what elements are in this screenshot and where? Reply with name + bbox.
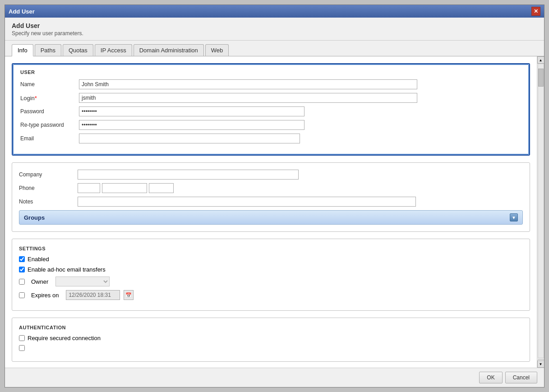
- tab-bar: Info Paths Quotas IP Access Domain Admin…: [5, 41, 544, 56]
- cancel-button[interactable]: Cancel: [505, 372, 537, 383]
- dialog-header-title: Add User: [12, 22, 537, 29]
- scroll-down-arrow[interactable]: ▼: [537, 360, 544, 368]
- name-row: Name: [20, 79, 521, 89]
- tab-web[interactable]: Web: [205, 44, 229, 56]
- authentication-section: AUTHENTICATION Require secured connectio…: [12, 318, 530, 362]
- enabled-checkbox[interactable]: [19, 256, 25, 262]
- add-user-dialog: Add User ✕ Add User Specify new user par…: [5, 5, 544, 387]
- tab-domain-admin[interactable]: Domain Administration: [134, 44, 204, 56]
- ok-button[interactable]: OK: [479, 372, 502, 383]
- close-button[interactable]: ✕: [531, 7, 540, 16]
- owner-row: Owner: [19, 277, 523, 286]
- owner-label: Owner: [31, 278, 48, 285]
- tab-ip-access[interactable]: IP Access: [95, 44, 132, 56]
- phone-input-3[interactable]: [149, 183, 174, 193]
- login-input[interactable]: [79, 93, 417, 103]
- email-row: Email: [20, 134, 521, 143]
- adhoc-checkbox[interactable]: [19, 267, 25, 272]
- secured-checkbox[interactable]: [19, 335, 25, 341]
- scroll-divider: [538, 359, 544, 360]
- password-input[interactable]: [79, 106, 304, 116]
- password-row: Password: [20, 106, 521, 116]
- owner-checkbox[interactable]: [19, 279, 25, 285]
- notes-row: Notes: [19, 197, 523, 207]
- retype-row: Re-type password: [20, 120, 521, 130]
- groups-header[interactable]: Groups ▼: [19, 210, 523, 225]
- email-label: Email: [20, 135, 79, 142]
- user-section-inner: USER Name Login*: [13, 64, 529, 155]
- scrollbar[interactable]: ▲ ▼: [537, 56, 544, 368]
- enabled-label: Enabled: [28, 256, 49, 263]
- auth-title: AUTHENTICATION: [19, 325, 523, 330]
- login-label: Login*: [20, 95, 79, 101]
- phone-inputs: [78, 183, 174, 193]
- groups-chevron-icon: ▼: [510, 213, 518, 221]
- scroll-up-arrow[interactable]: ▲: [537, 56, 544, 64]
- notes-label: Notes: [19, 198, 78, 205]
- calendar-icon[interactable]: 📅: [124, 290, 134, 300]
- name-input[interactable]: [79, 79, 417, 89]
- extra-fields-section: Company Phone Notes: [12, 162, 530, 232]
- auth-extra-row: [19, 345, 523, 351]
- expires-input[interactable]: [66, 290, 120, 300]
- dialog-header-sub: Specify new user parameters.: [12, 30, 537, 37]
- login-row: Login*: [20, 93, 521, 103]
- retype-input[interactable]: [79, 120, 304, 130]
- phone-input-2[interactable]: [102, 183, 147, 193]
- dialog-body: Add User Specify new user parameters. In…: [5, 18, 544, 387]
- phone-row: Phone: [19, 183, 523, 193]
- secured-row: Require secured connection: [19, 335, 523, 341]
- company-row: Company: [19, 170, 523, 180]
- dialog-footer: OK Cancel: [5, 368, 544, 387]
- settings-section: SETTINGS Enabled Enable ad-hoc email tra…: [12, 239, 530, 311]
- expires-label: Expires on: [31, 292, 59, 299]
- main-area: USER Name Login*: [5, 56, 544, 368]
- adhoc-row: Enable ad-hoc email transfers: [19, 266, 523, 273]
- company-label: Company: [19, 171, 78, 178]
- name-label: Name: [20, 81, 79, 88]
- login-required: *: [35, 95, 37, 101]
- secured-label: Require secured connection: [28, 335, 101, 341]
- phone-input-1[interactable]: [78, 183, 100, 193]
- retype-label: Re-type password: [20, 122, 79, 128]
- tab-quotas[interactable]: Quotas: [63, 44, 93, 56]
- tab-content-info: USER Name Login*: [5, 56, 537, 368]
- groups-label: Groups: [24, 214, 45, 221]
- dialog-header: Add User Specify new user parameters.: [5, 18, 544, 41]
- phone-label: Phone: [19, 185, 78, 191]
- notes-input[interactable]: [78, 197, 416, 207]
- auth-extra-checkbox[interactable]: [19, 345, 25, 351]
- scroll-thumb[interactable]: [538, 69, 544, 87]
- dialog-title: Add User: [9, 8, 35, 15]
- tab-paths[interactable]: Paths: [35, 44, 61, 56]
- expires-checkbox[interactable]: [19, 292, 25, 298]
- adhoc-label: Enable ad-hoc email transfers: [28, 266, 106, 273]
- owner-select[interactable]: [55, 277, 110, 286]
- user-section-title: USER: [20, 69, 521, 75]
- settings-title: SETTINGS: [19, 246, 523, 251]
- enabled-row: Enabled: [19, 256, 523, 263]
- expires-row: Expires on 📅: [19, 290, 523, 300]
- dialog-titlebar: Add User ✕: [5, 5, 544, 18]
- company-input[interactable]: [78, 170, 299, 180]
- email-input[interactable]: [79, 134, 300, 143]
- tab-content-wrapper: USER Name Login*: [5, 56, 537, 368]
- scroll-track[interactable]: [538, 64, 544, 358]
- password-label: Password: [20, 108, 79, 115]
- tab-info[interactable]: Info: [12, 44, 33, 56]
- user-section: USER Name Login*: [12, 63, 530, 156]
